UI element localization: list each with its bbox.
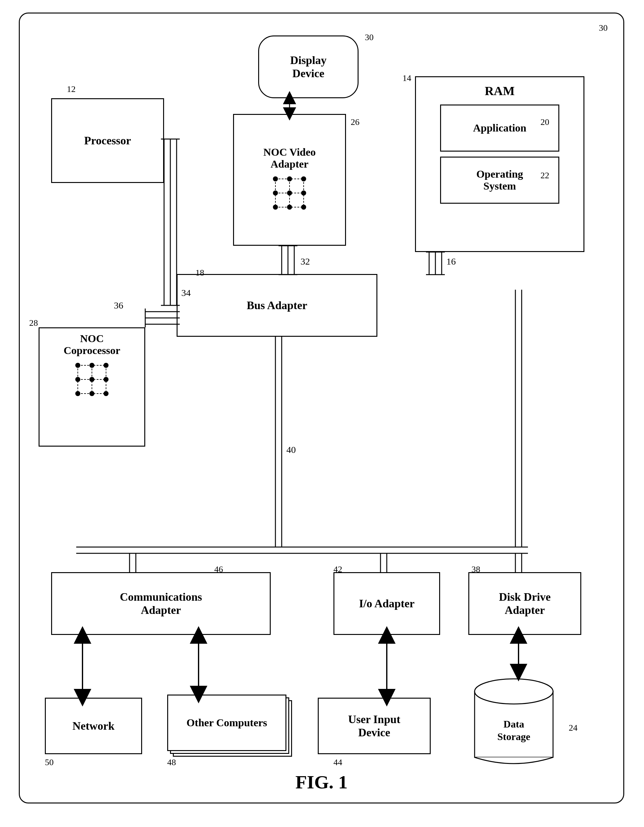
ref-50: 50 bbox=[45, 757, 54, 768]
ref-22: 22 bbox=[540, 170, 549, 181]
svg-point-26 bbox=[104, 377, 109, 382]
processor-box: Processor bbox=[51, 98, 164, 183]
communications-adapter-box: CommunicationsAdapter bbox=[51, 572, 271, 635]
figure-label: FIG. 1 bbox=[296, 771, 348, 793]
ref-14: 14 bbox=[403, 73, 411, 83]
ref-30: 30 bbox=[365, 32, 373, 42]
svg-text:Storage: Storage bbox=[498, 731, 530, 742]
svg-point-13 bbox=[287, 204, 292, 210]
other-computers-label: Other Computers bbox=[186, 717, 267, 729]
io-adapter-box: I/o Adapter bbox=[333, 572, 440, 635]
network-box: Network bbox=[45, 698, 142, 754]
svg-point-23 bbox=[104, 363, 109, 368]
network-label: Network bbox=[73, 719, 115, 733]
ref-46: 46 bbox=[214, 564, 223, 574]
svg-point-25 bbox=[89, 377, 95, 382]
ref-24: 24 bbox=[569, 723, 577, 733]
svg-point-10 bbox=[287, 190, 292, 195]
svg-point-8 bbox=[301, 176, 306, 181]
disk-drive-adapter-box: Disk DriveAdapter bbox=[468, 572, 581, 635]
svg-text:16: 16 bbox=[446, 256, 456, 267]
processor-label: Processor bbox=[84, 134, 131, 147]
svg-point-24 bbox=[75, 377, 80, 382]
svg-text:32: 32 bbox=[300, 256, 310, 267]
svg-point-27 bbox=[75, 391, 80, 396]
user-input-device-label: User InputDevice bbox=[348, 713, 400, 739]
svg-point-22 bbox=[89, 363, 95, 368]
svg-text:40: 40 bbox=[286, 445, 296, 455]
ref-26: 26 bbox=[351, 117, 359, 127]
svg-point-21 bbox=[75, 363, 80, 368]
display-device-label: DisplayDevice bbox=[290, 54, 327, 80]
ref-38: 38 bbox=[471, 564, 480, 574]
svg-point-11 bbox=[301, 190, 306, 195]
noc-coprocessor-label: NOCCoprocessor bbox=[64, 333, 120, 357]
disk-drive-adapter-label: Disk DriveAdapter bbox=[499, 590, 551, 617]
display-device-box: DisplayDevice bbox=[258, 36, 359, 98]
svg-point-7 bbox=[287, 176, 292, 181]
io-adapter-label: I/o Adapter bbox=[359, 597, 414, 610]
svg-point-28 bbox=[89, 391, 95, 396]
diagram-container: 30 DisplayDevice 30 NOC VideoAdapter bbox=[19, 12, 624, 804]
svg-point-29 bbox=[104, 391, 109, 396]
ref-48: 48 bbox=[167, 757, 176, 768]
ref-10: 30 bbox=[599, 23, 608, 33]
application-box: Application bbox=[440, 105, 559, 151]
svg-point-31 bbox=[474, 679, 553, 704]
data-storage-cylinder: Data Storage bbox=[465, 673, 562, 770]
bus-adapter-label: Bus Adapter bbox=[247, 299, 307, 312]
ram-label: RAM bbox=[485, 83, 515, 98]
noc-coprocessor-grid bbox=[72, 359, 112, 400]
svg-point-6 bbox=[273, 176, 278, 181]
communications-adapter-label: CommunicationsAdapter bbox=[120, 590, 202, 617]
operating-system-label: OperatingSystem bbox=[476, 168, 523, 192]
noc-video-adapter-box: NOC VideoAdapter bbox=[233, 114, 346, 246]
noc-video-grid bbox=[269, 173, 310, 214]
svg-point-14 bbox=[301, 204, 306, 210]
svg-point-12 bbox=[273, 204, 278, 210]
ref-28: 28 bbox=[29, 318, 38, 328]
noc-video-adapter-label: NOC VideoAdapter bbox=[263, 146, 316, 170]
ref-42: 42 bbox=[333, 564, 342, 574]
svg-point-9 bbox=[273, 190, 278, 195]
svg-text:Data: Data bbox=[504, 718, 524, 730]
ref-12: 12 bbox=[67, 84, 76, 94]
ram-box: RAM Application OperatingSystem bbox=[415, 76, 584, 252]
svg-text:36: 36 bbox=[114, 300, 123, 311]
ref-44: 44 bbox=[333, 757, 342, 768]
ref-18: 18 bbox=[195, 268, 204, 278]
user-input-device-box: User InputDevice bbox=[318, 698, 431, 754]
application-label: Application bbox=[473, 122, 526, 134]
ref-20: 20 bbox=[540, 117, 549, 127]
noc-coprocessor-box: NOCCoprocessor bbox=[39, 327, 145, 446]
bus-adapter-box: Bus Adapter bbox=[177, 274, 377, 337]
